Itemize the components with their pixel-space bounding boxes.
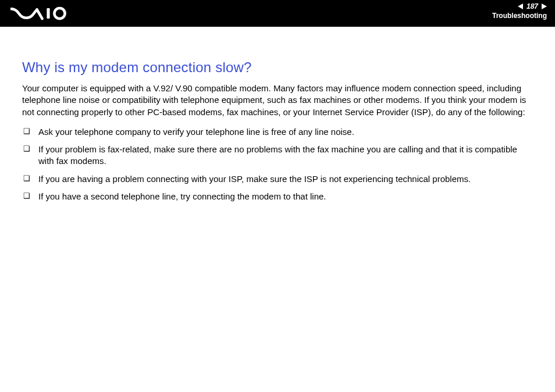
page-content: Why is my modem connection slow? Your co…: [0, 27, 555, 202]
intro-paragraph: Your computer is equipped with a V.92/ V…: [22, 83, 533, 118]
page-header: 187 Troubleshooting: [0, 0, 555, 27]
list-item: Ask your telephone company to verify you…: [22, 126, 533, 138]
list-item: If your problem is fax-related, make sur…: [22, 144, 533, 168]
list-item: If you have a second telephone line, try…: [22, 191, 533, 202]
page-title: Why is my modem connection slow?: [22, 59, 533, 76]
next-page-icon[interactable]: [542, 3, 547, 9]
page-nav: 187 Troubleshooting: [492, 2, 547, 20]
breadcrumb[interactable]: Troubleshooting: [492, 12, 547, 20]
page-number: 187: [526, 2, 538, 10]
vaio-logo: [10, 5, 71, 22]
list-item: If you are having a problem connecting w…: [22, 173, 533, 185]
svg-rect-0: [47, 8, 49, 19]
bullet-list: Ask your telephone company to verify you…: [22, 126, 533, 202]
prev-page-icon[interactable]: [518, 3, 523, 9]
svg-point-1: [54, 8, 65, 19]
